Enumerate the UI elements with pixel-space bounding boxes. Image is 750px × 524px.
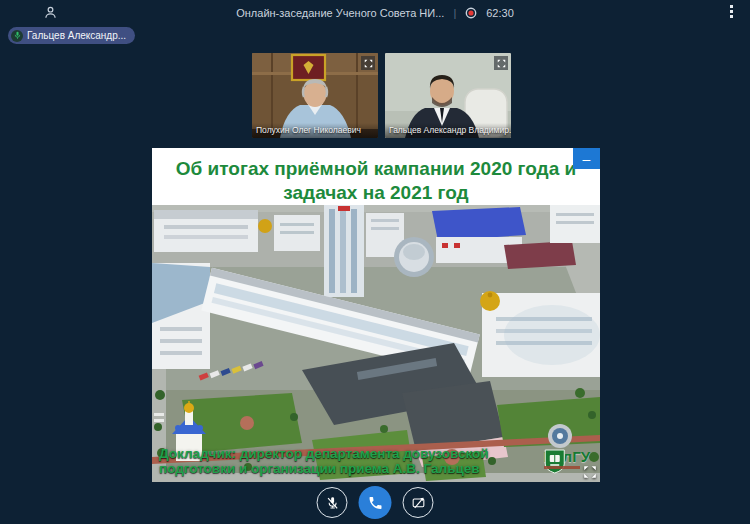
belgu-shield-icon (519, 449, 540, 474)
call-button[interactable] (359, 486, 392, 519)
active-speaker-name: Гальцев Александр... (27, 30, 126, 41)
topbar-separator: | (453, 7, 456, 19)
presentation-area: Об итогах приёмной кампании 2020 года и … (152, 148, 600, 482)
topbar: Онлайн-заседание Ученого Совета НИ... | … (0, 0, 750, 26)
slide-title: Об итогах приёмной кампании 2020 года и … (172, 157, 580, 205)
mute-microphone-button[interactable] (317, 487, 348, 518)
participant-2-name: Гальцев Александр Владимир... (385, 123, 511, 138)
minimize-presentation-button[interactable]: – (573, 148, 600, 169)
speaker-note: Докладчик: директор департамента довузов… (159, 446, 504, 477)
video-tile-participant-1[interactable]: Полухин Олег Николаевич (252, 53, 378, 138)
person-contacts-icon[interactable] (42, 4, 59, 21)
expand-tile-icon[interactable] (361, 56, 375, 70)
call-controls (317, 486, 434, 519)
record-dot-icon (465, 7, 477, 19)
active-speaker-badge[interactable]: Гальцев Александр... (8, 27, 135, 44)
kebab-menu-icon[interactable] (724, 5, 738, 21)
belgu-logo: БелГУ (519, 449, 591, 474)
participant-1-name: Полухин Олег Николаевич (252, 123, 378, 138)
screen-share-button[interactable] (403, 487, 434, 518)
microphone-active-icon (11, 30, 23, 42)
video-tile-participant-2[interactable]: Гальцев Александр Владимир... (385, 53, 511, 138)
app-window: Онлайн-заседание Ученого Совета НИ... | … (0, 0, 750, 524)
expand-tile-icon[interactable] (494, 56, 508, 70)
recording-timer: 62:30 (486, 7, 514, 19)
campus-photo: Докладчик: директор департамента довузов… (152, 205, 600, 482)
meeting-title: Онлайн-заседание Ученого Совета НИ... (236, 7, 444, 19)
fullscreen-presentation-icon[interactable] (583, 465, 597, 479)
belgu-logo-subtext-bar (544, 466, 580, 469)
